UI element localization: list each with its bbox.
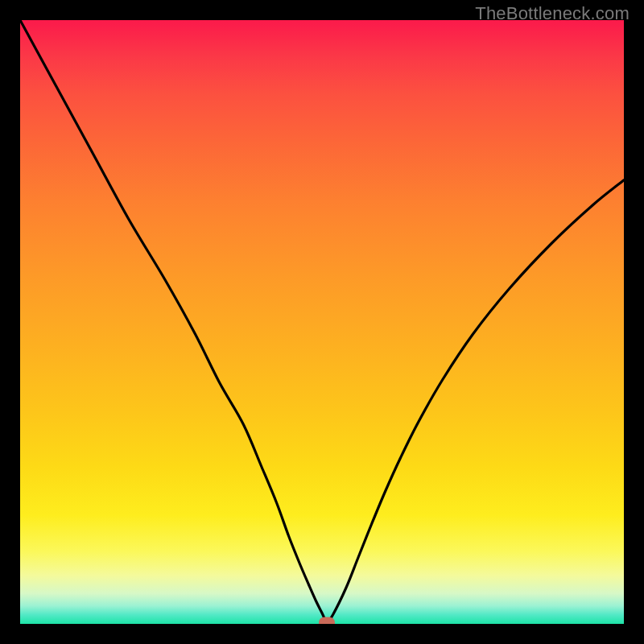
- plot-area: [20, 20, 624, 624]
- watermark-text: TheBottleneck.com: [475, 3, 630, 24]
- chart-frame: TheBottleneck.com: [0, 0, 644, 644]
- optimal-point-marker: [319, 617, 335, 624]
- bottleneck-curve: [20, 20, 624, 624]
